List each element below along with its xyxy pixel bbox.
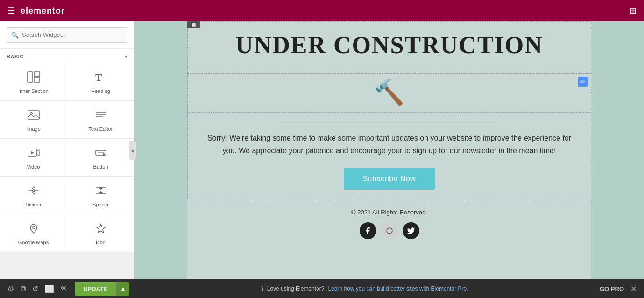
image-label: Image [26,126,41,132]
bottom-right: GO PRO ✕ [600,284,637,293]
section-header: BASIC ▾ [0,49,134,63]
button-label: Button [93,164,108,170]
inner-section-icon [27,71,40,85]
search-wrapper: 🔍 [7,27,127,43]
svg-rect-1 [34,72,40,77]
svg-rect-0 [28,72,33,82]
update-btn-group: UPDATE ▲ [75,282,129,296]
sidebar-wrapper: 🔍 BASIC ▾ [0,21,134,279]
text-editor-label: Text Editor [89,126,113,132]
svg-text:T: T [95,71,102,83]
circle-social-icon[interactable] [381,222,398,239]
widget-image[interactable]: Image [0,101,67,138]
video-icon [27,147,40,160]
page-canvas: 🔲 ⊞ ⋮⋮ ... UNDER CONSTRUCTION ✏ 🔨 [187,21,591,279]
edit-pencil-btn[interactable]: ✏ [578,77,588,87]
hamburger-icon[interactable]: ☰ [7,6,15,16]
spacer-icon [94,185,107,198]
divider-icon [27,185,40,198]
search-input[interactable] [7,27,127,43]
top-bar-left: ☰ elementor [7,6,65,16]
svg-point-20 [387,228,392,234]
search-icon: 🔍 [11,31,19,38]
inner-section-label: Inner Section [18,88,49,94]
grid-icon[interactable]: ⊞ [630,6,637,16]
notification-link[interactable]: Learn how you can build better sites wit… [328,285,468,292]
svg-rect-4 [28,111,39,119]
subscribe-button[interactable]: Subscribe Now [344,168,434,190]
bottom-center: ℹ Love using Elementor? Learn how you ca… [261,285,468,292]
facebook-icon[interactable] [360,222,376,239]
text-editor-icon [94,109,107,122]
top-bar: ☰ elementor ⊞ [0,0,644,21]
widget-button[interactable]: Button [67,139,134,176]
section-content: Sorry! We're taking some time to make so… [187,112,591,199]
history-icon[interactable]: ↺ [32,284,38,293]
settings-icon[interactable]: ⚙ [7,284,14,293]
widget-inner-section[interactable]: Inner Section [0,63,67,100]
button-icon [94,147,107,160]
image-icon [27,109,40,122]
google-maps-label: Google Maps [18,240,49,245]
twitter-icon[interactable] [403,222,419,239]
svg-rect-2 [34,78,40,82]
svg-point-5 [30,113,32,115]
svg-marker-10 [31,151,34,154]
sidebar-collapse-handle[interactable]: ◀ [129,141,136,160]
go-pro-button[interactable]: GO PRO [600,285,624,292]
update-arrow-button[interactable]: ▲ [116,282,129,296]
widget-text-editor[interactable]: Text Editor [67,101,134,138]
chevron-down-icon[interactable]: ▾ [125,53,127,60]
basic-section-title: BASIC [7,54,24,59]
heading-icon: T [94,71,107,85]
canvas-top-tag: 🔲 [187,21,200,28]
update-button[interactable]: UPDATE [75,282,116,296]
canvas-area: 🔲 ⊞ ⋮⋮ ... UNDER CONSTRUCTION ✏ 🔨 [134,21,644,279]
widget-spacer[interactable]: Spacer [67,177,134,214]
icon-label: Icon [96,240,106,245]
responsive-icon[interactable]: ⬜ [45,284,54,293]
widget-video[interactable]: Video [0,139,67,176]
body-text: Sorry! We're taking some time to make so… [206,132,572,157]
icon-widget-icon [94,223,107,236]
notification-text: Love using Elementor? [267,285,325,292]
bottom-bar-left: ⚙ ⧉ ↺ ⬜ 👁 UPDATE ▲ [7,282,129,296]
video-label: Video [27,164,40,170]
page-title: UNDER CONSTRUCTION [202,31,577,59]
divider-label: Divider [25,202,41,207]
widget-icon[interactable]: Icon [67,214,134,252]
elementor-logo: elementor [21,6,65,16]
social-icons [206,222,573,239]
bottom-bar: ⚙ ⧉ ↺ ⬜ 👁 UPDATE ▲ ℹ Love using Elemento… [0,279,644,298]
info-icon: ℹ [261,285,263,292]
widget-divider[interactable]: Divider [0,177,67,214]
section-heading: ⊞ ⋮⋮ ... UNDER CONSTRUCTION [187,21,591,73]
widget-grid: Inner Section T Heading [0,63,134,252]
main-layout: 🔍 BASIC ▾ [0,21,644,279]
section-hammer: ✏ 🔨 [187,73,591,112]
google-maps-icon [27,223,40,236]
svg-point-19 [32,226,35,229]
sidebar: 🔍 BASIC ▾ [0,21,134,252]
layers-icon[interactable]: ⧉ [21,284,26,293]
close-icon[interactable]: ✕ [630,284,637,293]
footer-copyright: © 2021 All Rights Reserved. [206,209,573,216]
heading-label: Heading [91,88,110,94]
hammer-icon: 🔨 [374,78,404,107]
search-bar: 🔍 [0,21,134,49]
section-divider [280,122,499,122]
heading-section-inner: UNDER CONSTRUCTION [192,27,586,68]
widget-google-maps[interactable]: Google Maps [0,214,67,252]
widget-heading[interactable]: T Heading [67,63,134,100]
footer-area: © 2021 All Rights Reserved. [187,199,591,248]
eye-icon[interactable]: 👁 [61,284,68,293]
spacer-label: Spacer [92,202,109,207]
